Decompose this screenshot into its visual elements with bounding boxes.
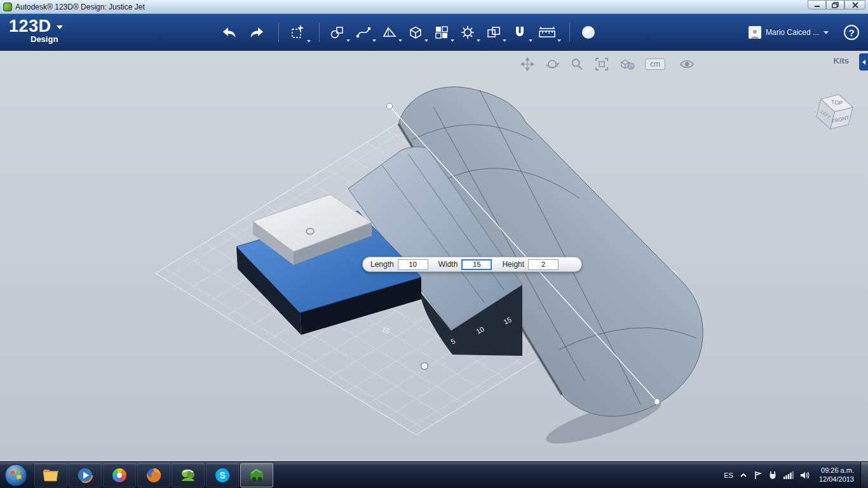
system-tray: ES 09:26 a.m. 12/04/2013 bbox=[724, 466, 857, 484]
media-player-icon bbox=[77, 467, 93, 484]
help-button[interactable]: ? bbox=[844, 25, 859, 40]
app-123d-icon bbox=[248, 467, 265, 484]
ruler-icon bbox=[538, 25, 556, 40]
language-indicator[interactable]: ES bbox=[724, 471, 733, 479]
visibility-eye-icon[interactable] bbox=[679, 57, 695, 72]
chevron-down-icon bbox=[398, 39, 402, 42]
minimize-icon bbox=[814, 2, 820, 8]
show-desktop-button[interactable] bbox=[860, 462, 868, 488]
chevron-down-icon bbox=[346, 39, 350, 42]
sketch-button[interactable] bbox=[356, 25, 371, 40]
box-icon bbox=[408, 25, 423, 40]
chevron-down-icon bbox=[372, 39, 376, 42]
orbit-icon[interactable] bbox=[545, 57, 560, 72]
undo-icon bbox=[221, 26, 238, 39]
window-titlebar: Autodesk® 123D® Design: Justice Jet bbox=[0, 0, 868, 14]
taskbar-clock[interactable]: 09:26 a.m. 12/04/2013 bbox=[819, 466, 854, 484]
toolbar-separator bbox=[319, 23, 320, 42]
folder-icon bbox=[42, 468, 60, 483]
shading-icon[interactable] bbox=[619, 57, 635, 72]
power-plug-icon[interactable] bbox=[768, 471, 777, 480]
chevron-down-icon bbox=[503, 39, 506, 42]
chevron-left-icon bbox=[862, 60, 865, 65]
height-label: Height bbox=[502, 260, 524, 269]
windows-taskbar: S ES 09:26 a.m. 12/04/2013 bbox=[0, 461, 868, 488]
taskbar-media-player-button[interactable] bbox=[69, 463, 102, 487]
clock-time: 09:26 a.m. bbox=[819, 466, 854, 475]
measure-handle-end[interactable] bbox=[654, 399, 660, 405]
length-label: Length bbox=[370, 260, 394, 269]
length-input[interactable] bbox=[398, 259, 428, 270]
pan-icon[interactable] bbox=[520, 57, 535, 72]
taskbar-messenger-button[interactable] bbox=[172, 463, 205, 487]
logo-text: 123D bbox=[9, 18, 51, 34]
color-wheel-icon bbox=[111, 467, 128, 484]
origin-gizmo[interactable] bbox=[421, 363, 428, 370]
kits-panel-expand-button[interactable] bbox=[859, 53, 868, 71]
start-button[interactable] bbox=[4, 463, 28, 487]
close-button[interactable] bbox=[844, 0, 865, 10]
construct-button[interactable] bbox=[382, 25, 397, 40]
minimize-button[interactable] bbox=[808, 0, 826, 10]
chevron-down-icon bbox=[424, 39, 428, 42]
logo-subtext: Design bbox=[31, 34, 58, 44]
units-label: cm bbox=[650, 60, 660, 69]
chevron-down-icon bbox=[557, 39, 561, 42]
zoom-icon[interactable] bbox=[569, 57, 585, 72]
dimension-input-toolbar: Length Width Height bbox=[362, 257, 582, 272]
measure-button[interactable] bbox=[538, 25, 556, 40]
main-toolbar bbox=[221, 14, 607, 51]
measure-handle-start[interactable] bbox=[387, 104, 393, 109]
sketch-icon bbox=[356, 25, 371, 40]
redo-button[interactable] bbox=[248, 26, 265, 39]
pattern-icon bbox=[434, 25, 449, 40]
action-center-flag-icon[interactable] bbox=[754, 471, 762, 480]
person-icon bbox=[750, 29, 760, 39]
combine-button[interactable] bbox=[486, 25, 501, 40]
restore-icon bbox=[832, 2, 839, 8]
window-title: Autodesk® 123D® Design: Justice Jet bbox=[15, 3, 145, 11]
snap-button[interactable] bbox=[512, 25, 527, 40]
skype-letter: S bbox=[219, 470, 225, 480]
chevron-down-icon bbox=[451, 39, 454, 42]
volume-speaker-icon[interactable] bbox=[800, 471, 810, 480]
taskbar-firefox-button[interactable] bbox=[137, 463, 170, 487]
3d-viewport[interactable]: 5 10 15 15 cm Kits bbox=[0, 51, 868, 461]
primitives-button[interactable] bbox=[330, 25, 345, 40]
chevron-down-icon bbox=[824, 31, 829, 34]
construct-icon bbox=[382, 25, 397, 40]
avatar bbox=[749, 26, 761, 39]
undo-button[interactable] bbox=[221, 26, 238, 39]
hidden-icons-chevron-icon[interactable] bbox=[740, 472, 747, 478]
transform-button[interactable] bbox=[289, 24, 306, 41]
units-button[interactable]: cm bbox=[645, 58, 665, 70]
material-sphere-icon bbox=[580, 24, 597, 41]
user-menu[interactable]: Mario Caiced ... bbox=[749, 14, 829, 51]
pattern-button[interactable] bbox=[434, 25, 449, 40]
height-input[interactable] bbox=[528, 259, 559, 270]
modify-button[interactable] bbox=[460, 25, 475, 40]
primitives-icon bbox=[330, 25, 345, 40]
viewcube-top-label: TOP bbox=[831, 98, 843, 106]
width-input[interactable] bbox=[461, 259, 492, 270]
magnet-icon bbox=[512, 25, 527, 40]
network-signal-icon[interactable] bbox=[783, 471, 794, 479]
taskbar-color-wheel-button[interactable] bbox=[103, 463, 136, 487]
material-button[interactable] bbox=[580, 24, 597, 41]
taskbar-skype-button[interactable]: S bbox=[206, 463, 239, 487]
messenger-icon bbox=[180, 467, 196, 484]
chevron-down-icon bbox=[57, 25, 63, 29]
app-logo-menu[interactable]: 123D Design bbox=[9, 18, 63, 34]
chevron-down-icon bbox=[529, 39, 532, 42]
combine-icon bbox=[486, 25, 501, 40]
redo-icon bbox=[248, 26, 265, 39]
kits-panel-label: Kits bbox=[833, 56, 849, 65]
restore-button[interactable] bbox=[826, 0, 844, 10]
fit-view-icon[interactable] bbox=[594, 57, 609, 72]
taskbar-123d-design-button[interactable] bbox=[240, 463, 273, 487]
user-name: Mario Caiced ... bbox=[766, 28, 819, 37]
viewcube[interactable]: TOP FRONT LEFT bbox=[811, 86, 859, 135]
taskbar-explorer-button[interactable] bbox=[34, 463, 67, 487]
3d-scene-canvas[interactable]: 5 10 15 15 bbox=[0, 51, 868, 461]
box-button[interactable] bbox=[408, 25, 423, 40]
